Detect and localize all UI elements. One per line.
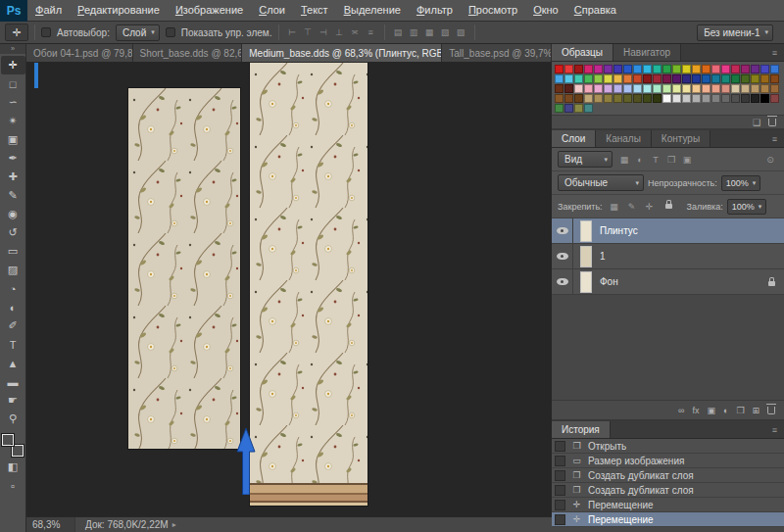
history-step[interactable]: ❐Создать дубликат слоя [552, 468, 784, 483]
pen-tool[interactable]: ✐ [1, 316, 25, 335]
history-step[interactable]: ❐Создать дубликат слоя [552, 483, 784, 498]
color-swatch[interactable] [682, 65, 691, 73]
history-brush-source-box[interactable] [555, 514, 565, 525]
layer-visibility-toggle[interactable] [552, 218, 573, 243]
brush-tool[interactable]: ✎ [1, 186, 25, 205]
color-swatch[interactable] [702, 65, 710, 73]
layer-filter-icon[interactable]: T [648, 152, 663, 168]
color-swatch[interactable] [643, 65, 652, 73]
color-swatch[interactable] [653, 94, 662, 103]
menu-item[interactable]: Изображение [168, 0, 251, 21]
panel-menu-icon[interactable]: ≡ [765, 130, 784, 147]
lock-all-icon[interactable] [662, 199, 677, 215]
color-swatch[interactable] [633, 94, 642, 103]
blur-tool[interactable]: ◔ [1, 279, 25, 298]
wallpaper-document-active[interactable] [250, 63, 368, 506]
status-options-arrow[interactable]: ▸ [172, 520, 176, 529]
fill-field[interactable]: 100% ▾ [727, 199, 767, 215]
color-swatch[interactable] [633, 65, 642, 73]
show-controls-checkbox[interactable] [166, 27, 175, 37]
layer-visibility-toggle[interactable] [552, 269, 573, 294]
align-icon[interactable]: ≍ [348, 25, 363, 40]
layer-filter-icon[interactable]: ▣ [679, 152, 695, 168]
color-swatch[interactable] [770, 94, 779, 103]
color-swatch[interactable] [711, 94, 720, 103]
color-swatch[interactable] [682, 94, 691, 103]
color-swatch[interactable] [711, 65, 720, 73]
path-selection-tool[interactable]: ▲ [1, 354, 25, 372]
history-brush-source-box[interactable] [555, 485, 565, 496]
move-tool[interactable]: ✛ [1, 56, 25, 74]
color-swatch[interactable] [682, 74, 691, 83]
opacity-field[interactable]: 100% ▾ [721, 175, 761, 191]
workspace-switcher[interactable]: Без имени-1 ▾ [697, 24, 773, 41]
history-step[interactable]: ▭Размер изображения [552, 454, 784, 468]
screen-mode-button[interactable]: ▫ [1, 476, 25, 495]
color-swatch[interactable] [564, 84, 573, 93]
layer-filter-icon[interactable]: ◐ [632, 152, 648, 168]
align-icon[interactable]: ≡ [364, 25, 378, 40]
toolbar-collapse-button[interactable]: » [0, 44, 25, 54]
wallpaper-document-inactive[interactable] [128, 88, 240, 449]
distribute-icon[interactable]: ▤ [391, 25, 406, 40]
color-swatch[interactable] [711, 74, 720, 83]
color-swatch[interactable] [760, 84, 769, 93]
zoom-level-field[interactable]: 68,3% [26, 517, 75, 532]
rectangular-marquee-tool[interactable]: □ [1, 74, 25, 93]
color-swatch[interactable] [751, 94, 760, 103]
color-swatch[interactable] [702, 94, 710, 103]
zoom-tool[interactable]: ⚲ [1, 410, 25, 428]
color-swatch[interactable] [721, 65, 730, 73]
tab-channels[interactable]: Каналы [596, 130, 652, 147]
delete-layer-button[interactable] [767, 407, 775, 414]
align-icon[interactable]: ⊢ [285, 25, 300, 40]
color-swatch[interactable] [653, 65, 662, 73]
color-swatch[interactable] [672, 65, 681, 73]
align-icon[interactable]: ⊣ [317, 25, 331, 40]
layers-footer-icon[interactable]: ∞ [678, 406, 684, 415]
document-tab[interactable]: Обои 04-1.psd @ 79,8... [26, 44, 133, 62]
new-swatch-button[interactable]: ❑ [753, 118, 760, 127]
color-swatch[interactable] [672, 84, 681, 93]
gradient-tool[interactable]: ▨ [1, 261, 25, 279]
lasso-tool[interactable]: ∽ [1, 93, 25, 112]
color-swatch[interactable] [564, 94, 573, 103]
color-swatch[interactable] [731, 65, 740, 73]
color-swatch[interactable] [604, 84, 612, 93]
align-icon[interactable]: ⊤ [301, 25, 316, 40]
eraser-tool[interactable]: ▭ [1, 242, 25, 261]
color-swatch[interactable] [623, 84, 632, 93]
color-swatch[interactable] [574, 84, 583, 93]
delete-swatch-button[interactable] [768, 119, 776, 126]
layer-visibility-toggle[interactable] [552, 244, 573, 268]
tab-history[interactable]: История [552, 421, 611, 438]
history-brush-tool[interactable]: ↺ [1, 223, 25, 242]
color-swatch[interactable] [770, 65, 779, 73]
menu-item[interactable]: Просмотр [461, 0, 525, 21]
color-swatch[interactable] [751, 65, 760, 73]
layer-row[interactable]: Плинтус [552, 218, 784, 244]
color-swatch[interactable] [692, 74, 701, 83]
color-swatch[interactable] [623, 74, 632, 83]
color-swatch[interactable] [731, 84, 740, 93]
crop-tool[interactable]: ▣ [1, 130, 25, 149]
color-swatch[interactable] [702, 84, 710, 93]
menu-item[interactable]: Фильтр [409, 0, 461, 21]
distribute-icon[interactable]: ▨ [454, 25, 468, 40]
color-swatch[interactable] [643, 84, 652, 93]
color-swatch[interactable] [613, 94, 622, 103]
color-swatch[interactable] [613, 74, 622, 83]
color-swatch[interactable] [584, 74, 593, 83]
menu-item[interactable]: Файл [27, 0, 70, 21]
healing-brush-tool[interactable]: ✚ [1, 168, 25, 186]
color-swatch[interactable] [751, 74, 760, 83]
color-swatch[interactable] [662, 74, 671, 83]
history-brush-source-box[interactable] [555, 500, 565, 510]
color-swatch[interactable] [692, 84, 701, 93]
color-swatch[interactable] [613, 84, 622, 93]
color-swatch[interactable] [682, 84, 691, 93]
type-tool[interactable]: T [1, 335, 25, 354]
align-icon[interactable]: ⊥ [332, 25, 347, 40]
color-swatch[interactable] [604, 65, 612, 73]
filter-pin-icon[interactable]: ⊙ [762, 152, 778, 168]
